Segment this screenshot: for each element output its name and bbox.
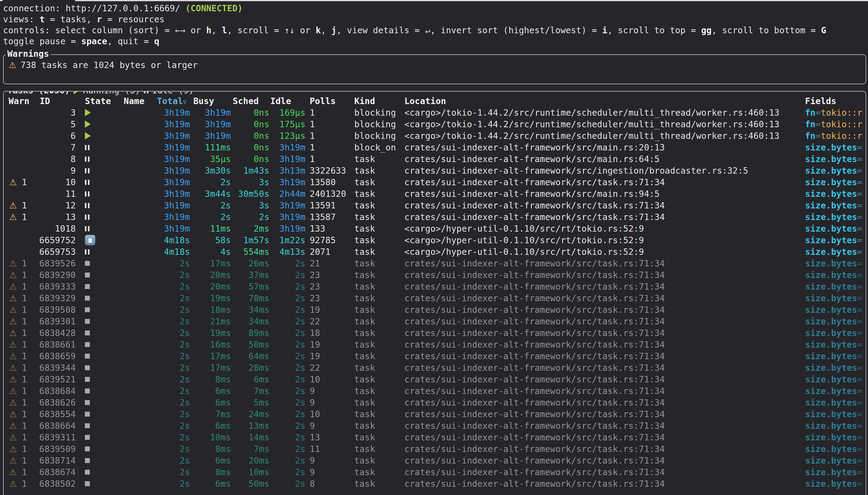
- cell-busy: 20ms: [190, 270, 231, 280]
- table-row[interactable]: ⚠1 12 3h19m 2s 3s 3h19m 13591 task crate…: [9, 200, 866, 211]
- table-row[interactable]: ⚠1 6838659 2s 17ms 64ms 2s 19 task crate…: [9, 351, 866, 362]
- column-header-kind[interactable]: Kind: [352, 96, 404, 106]
- cell-sched: 2s: [231, 212, 269, 222]
- cell-warn: ⚠1: [9, 201, 34, 210]
- table-row[interactable]: 1018 3h19m 11ms 2ms 3h19m 133 task <carg…: [9, 223, 866, 234]
- cell-warn: ⚠1: [9, 340, 34, 350]
- table-body: 3 3h19m 3h19m 0ns 169µs 1 blocking <carg…: [9, 107, 866, 490]
- cell-id: 6839526: [34, 258, 76, 269]
- cell-warn: ⚠1: [9, 177, 34, 187]
- cell-kind: block_on: [352, 142, 404, 153]
- cell-fields: size.bytes=: [797, 467, 866, 477]
- cell-state: [76, 296, 119, 301]
- completed-icon: [85, 330, 90, 336]
- table-row[interactable]: ⚠1 6839333 2s 20ms 57ms 2s 23 task crate…: [9, 281, 866, 292]
- table-row[interactable]: 7 3h19m 111ms 0ns 3h19m 1 block_on crate…: [9, 142, 866, 153]
- cell-kind: task: [352, 177, 404, 187]
- table-row[interactable]: ⚠1 6839509 2s 8ms 7ms 2s 11 task crates/…: [9, 443, 866, 455]
- cell-busy: 21ms: [190, 317, 231, 326]
- cell-fields: size.bytes=: [797, 456, 866, 466]
- cell-polls: 21: [305, 258, 352, 269]
- cell-busy: 3m30s: [190, 166, 231, 176]
- cell-kind: task: [352, 467, 404, 477]
- cell-location: crates/sui-indexer-alt-framework/src/tas…: [404, 351, 797, 361]
- cell-id: 12: [34, 201, 76, 210]
- cell-polls: 23: [305, 293, 352, 303]
- cell-kind: task: [352, 456, 404, 466]
- cell-polls: 3322633: [305, 166, 352, 176]
- cell-sched: 0ns: [231, 131, 269, 141]
- table-row[interactable]: 9 3h19m 3m30s 1m43s 3h13m 3322633 task c…: [9, 165, 866, 176]
- table-row[interactable]: ⚠1 6839301 2s 21ms 34ms 2s 22 task crate…: [9, 315, 866, 327]
- table-row[interactable]: ⚠1 6838428 2s 19ms 89ms 2s 18 task crate…: [9, 327, 866, 339]
- table-row[interactable]: ⚠1 6838684 2s 6ms 7ms 2s 9 task crates/s…: [9, 385, 866, 397]
- table-row[interactable]: 11 3h19m 3m44s 30m50s 2h44m 2401320 task…: [9, 188, 866, 200]
- cell-busy: 6ms: [190, 456, 231, 466]
- table-row[interactable]: 3 3h19m 3h19m 0ns 169µs 1 blocking <carg…: [9, 107, 866, 118]
- column-header-polls[interactable]: Polls: [305, 96, 352, 106]
- column-header-sched[interactable]: Sched: [231, 96, 269, 106]
- cell-location: crates/sui-indexer-alt-framework/src/mai…: [404, 154, 797, 164]
- completed-icon: [85, 446, 90, 451]
- cell-sched: 13ms: [231, 421, 269, 431]
- table-row[interactable]: ⚠1 6838714 2s 6ms 20ms 2s 9 task crates/…: [9, 455, 866, 466]
- column-header-total-sorted[interactable]: Total▿: [154, 96, 190, 106]
- table-row[interactable]: ⚠1 6839344 2s 17ms 28ms 2s 22 task crate…: [9, 362, 866, 374]
- table-row[interactable]: ⚠1 6839508 2s 18ms 34ms 2s 19 task crate…: [9, 304, 866, 315]
- cell-polls: 133: [305, 224, 352, 234]
- column-header-idle[interactable]: Idle: [269, 96, 305, 106]
- column-header-name[interactable]: Name: [119, 96, 154, 106]
- cell-id: 5: [34, 119, 76, 130]
- cell-id: 6: [34, 131, 76, 141]
- cell-kind: task: [352, 282, 404, 292]
- completed-icon: [85, 284, 90, 289]
- cell-idle: 3h19m: [269, 142, 305, 153]
- cell-total: 4m18s: [154, 247, 190, 257]
- cell-sched: 7ms: [231, 386, 269, 396]
- cell-location: crates/sui-indexer-alt-framework/src/tas…: [404, 293, 797, 303]
- column-header-warn[interactable]: Warn: [9, 96, 34, 106]
- table-row[interactable]: 6 3h19m 3h19m 0ns 123µs 1 blocking <carg…: [9, 130, 866, 142]
- table-row[interactable]: ⚠1 6838661 2s 16ms 50ms 2s 19 task crate…: [9, 339, 866, 351]
- cell-location: crates/sui-indexer-alt-framework/src/tas…: [404, 444, 797, 454]
- table-row[interactable]: ⚠1 6838554 2s 7ms 24ms 2s 10 task crates…: [9, 408, 866, 420]
- cell-polls: 13591: [305, 201, 352, 210]
- table-row[interactable]: ⚠1 6838674 2s 8ms 10ms 2s 9 task crates/…: [9, 466, 866, 478]
- cell-state: [76, 121, 119, 128]
- table-row[interactable]: ⚠1 6839521 2s 8ms 6ms 2s 10 task crates/…: [9, 374, 866, 385]
- table-row[interactable]: ⚠1 6838502 2s 6ms 50ms 2s 8 task crates/…: [9, 478, 866, 490]
- table-row[interactable]: ⚠1 6839290 2s 20ms 37ms 2s 23 task crate…: [9, 269, 866, 281]
- cell-sched: 6ms: [231, 374, 269, 385]
- cell-idle: 2s: [269, 386, 305, 396]
- table-row[interactable]: ⚠1 6839526 2s 17ms 26ms 2s 21 task crate…: [9, 258, 866, 269]
- completed-icon: [85, 412, 90, 416]
- table-row[interactable]: ⚠1 6838626 2s 6ms 5ms 2s 9 task crates/s…: [9, 397, 866, 408]
- table-row[interactable]: ⚠1 6839329 2s 19ms 78ms 2s 23 task crate…: [9, 292, 866, 304]
- cell-warn: ⚠1: [9, 258, 34, 269]
- table-row[interactable]: 8 3h19m 35µs 0ns 3h19m 1 task crates/sui…: [9, 153, 866, 165]
- table-row[interactable]: ⚠1 13 3h19m 2s 2s 3h19m 13587 task crate…: [9, 211, 866, 223]
- cell-idle: 3h19m: [269, 177, 305, 187]
- column-header-state[interactable]: State: [76, 96, 119, 106]
- table-row[interactable]: ⚠1 6839311 2s 10ms 14ms 2s 13 task crate…: [9, 431, 866, 443]
- table-row[interactable]: ⚠1 6838664 2s 6ms 13ms 2s 9 task crates/…: [9, 420, 866, 431]
- table-row[interactable]: ⚠1 10 3h19m 2s 3s 3h19m 13580 task crate…: [9, 176, 866, 188]
- column-header-id[interactable]: ID: [34, 96, 76, 106]
- column-header-location[interactable]: Location: [404, 96, 797, 106]
- topbar-line-views: views: t = tasks, r = resources: [3, 14, 868, 25]
- warning-triangle-icon: ⚠: [9, 409, 17, 419]
- table-row[interactable]: 5 3h19m 3h19m 0ns 175µs 1 blocking <carg…: [9, 118, 866, 130]
- cell-state: [76, 458, 119, 463]
- table-row[interactable]: 6659752 4m18s 58s 1m57s 1m22s 92785 task…: [9, 234, 866, 246]
- warning-triangle-icon: ⚠: [9, 421, 17, 431]
- cell-idle: 2s: [269, 444, 305, 454]
- cell-busy: 4s: [190, 247, 231, 257]
- column-header-fields[interactable]: Fields: [797, 96, 866, 106]
- cell-total: 2s: [154, 421, 190, 431]
- table-row[interactable]: 6659753 4m18s 4s 554ms 4m13s 2071 task <…: [9, 246, 866, 258]
- column-header-busy[interactable]: Busy: [190, 96, 231, 106]
- cell-polls: 1: [305, 154, 352, 164]
- cell-id: 11: [34, 189, 76, 199]
- cell-location: crates/sui-indexer-alt-framework/src/tas…: [404, 479, 797, 489]
- cell-state: [76, 354, 119, 359]
